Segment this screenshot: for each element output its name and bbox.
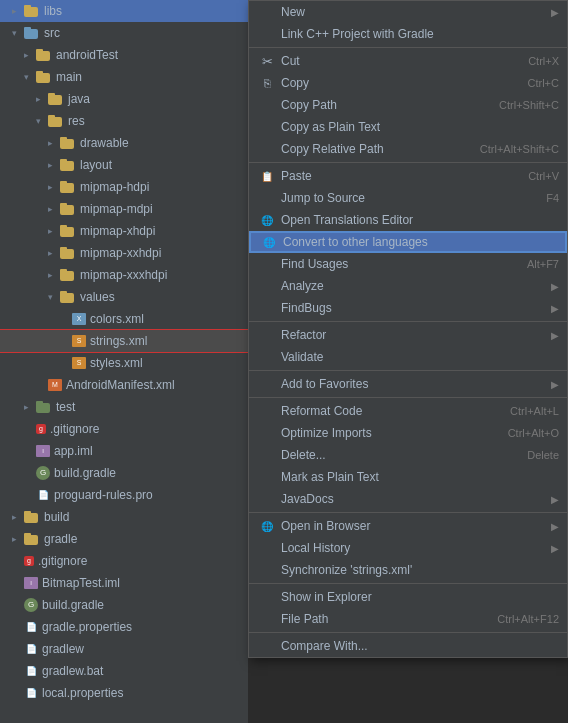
menu-item-open-translations[interactable]: 🌐Open Translations Editor	[249, 209, 567, 231]
menu-item-label: Local History	[281, 541, 547, 555]
tree-item-mipmap-hdpi[interactable]: mipmap-hdpi	[0, 176, 248, 198]
tree-item-res[interactable]: res	[0, 110, 248, 132]
menu-shortcut: Ctrl+C	[528, 77, 559, 89]
tree-item-label: main	[56, 70, 82, 84]
file-icon: 📄	[24, 686, 38, 700]
tree-item-AndroidManifest.xml[interactable]: MAndroidManifest.xml	[0, 374, 248, 396]
tree-arrow	[48, 160, 60, 170]
menu-shortcut: Ctrl+Alt+F12	[497, 613, 559, 625]
menu-separator	[249, 321, 567, 322]
tree-item-local.properties[interactable]: 📄local.properties	[0, 682, 248, 704]
menu-shortcut: Ctrl+Alt+Shift+C	[480, 143, 559, 155]
folder-icon	[60, 159, 76, 171]
tree-item-label: gradlew.bat	[42, 664, 103, 678]
git-file-icon: g	[36, 424, 46, 434]
tree-item-strings.xml[interactable]: Sstrings.xml	[0, 330, 248, 352]
tree-item-androidTest[interactable]: androidTest	[0, 44, 248, 66]
menu-item-reformat[interactable]: Reformat CodeCtrl+Alt+L	[249, 400, 567, 422]
menu-item-find-usages[interactable]: Find UsagesAlt+F7	[249, 253, 567, 275]
menu-separator	[249, 397, 567, 398]
menu-item-show-explorer[interactable]: Show in Explorer	[249, 586, 567, 608]
tree-item-.gitignore[interactable]: g.gitignore	[0, 418, 248, 440]
menu-item-link-cpp[interactable]: Link C++ Project with Gradle	[249, 23, 567, 45]
tree-item-.gitignore-root[interactable]: g.gitignore	[0, 550, 248, 572]
tree-item-drawable[interactable]: drawable	[0, 132, 248, 154]
menu-item-label: Jump to Source	[281, 191, 526, 205]
tree-arrow	[12, 6, 24, 16]
tree-item-label: mipmap-xxhdpi	[80, 246, 161, 260]
menu-item-delete[interactable]: Delete...Delete	[249, 444, 567, 466]
menu-item-open-browser[interactable]: 🌐Open in Browser▶	[249, 515, 567, 537]
menu-item-cut[interactable]: ✂CutCtrl+X	[249, 50, 567, 72]
tree-item-gradle.properties[interactable]: 📄gradle.properties	[0, 616, 248, 638]
menu-item-synchronize[interactable]: Synchronize 'strings.xml'	[249, 559, 567, 581]
menu-item-findbugs[interactable]: FindBugs▶	[249, 297, 567, 319]
menu-item-paste[interactable]: 📋PasteCtrl+V	[249, 165, 567, 187]
menu-item-mark-plain[interactable]: Mark as Plain Text	[249, 466, 567, 488]
tree-item-proguard-rules.pro[interactable]: 📄proguard-rules.pro	[0, 484, 248, 506]
translate-icon: 🌐	[257, 215, 277, 226]
submenu-arrow-icon: ▶	[551, 494, 559, 505]
tree-item-mipmap-xxhdpi[interactable]: mipmap-xxhdpi	[0, 242, 248, 264]
menu-item-compare-with[interactable]: Compare With...	[249, 635, 567, 657]
gradle-file-icon: G	[36, 466, 50, 480]
tree-item-build.gradle[interactable]: Gbuild.gradle	[0, 462, 248, 484]
menu-item-copy-path[interactable]: Copy PathCtrl+Shift+C	[249, 94, 567, 116]
tree-item-values[interactable]: values	[0, 286, 248, 308]
menu-shortcut: Ctrl+X	[528, 55, 559, 67]
tree-item-styles.xml[interactable]: Sstyles.xml	[0, 352, 248, 374]
menu-item-javadocs[interactable]: JavaDocs▶	[249, 488, 567, 510]
tree-item-colors.xml[interactable]: Xcolors.xml	[0, 308, 248, 330]
tree-item-label: values	[80, 290, 115, 304]
tree-item-mipmap-xxxhdpi[interactable]: mipmap-xxxhdpi	[0, 264, 248, 286]
menu-item-label: Copy Relative Path	[281, 142, 460, 156]
menu-item-copy-relative[interactable]: Copy Relative PathCtrl+Alt+Shift+C	[249, 138, 567, 160]
submenu-arrow-icon: ▶	[551, 7, 559, 18]
menu-item-label: Analyze	[281, 279, 547, 293]
tree-item-java[interactable]: java	[0, 88, 248, 110]
file-icon: 📄	[36, 488, 50, 502]
submenu-arrow-icon: ▶	[551, 281, 559, 292]
tree-item-label: colors.xml	[90, 312, 144, 326]
folder-icon	[60, 137, 76, 149]
menu-item-add-favorites[interactable]: Add to Favorites▶	[249, 373, 567, 395]
file-icon: 📄	[24, 664, 38, 678]
menu-item-copy-plain[interactable]: Copy as Plain Text	[249, 116, 567, 138]
menu-item-jump[interactable]: Jump to SourceF4	[249, 187, 567, 209]
folder-icon	[36, 401, 52, 413]
menu-item-copy[interactable]: ⎘CopyCtrl+C	[249, 72, 567, 94]
convert-icon: 🌐	[259, 237, 279, 248]
tree-item-layout[interactable]: layout	[0, 154, 248, 176]
submenu-arrow-icon: ▶	[551, 379, 559, 390]
menu-item-new[interactable]: New▶	[249, 1, 567, 23]
tree-item-label: proguard-rules.pro	[54, 488, 153, 502]
menu-item-validate[interactable]: Validate	[249, 346, 567, 368]
tree-item-app.iml[interactable]: Iapp.iml	[0, 440, 248, 462]
tree-item-gradlew.bat[interactable]: 📄gradlew.bat	[0, 660, 248, 682]
tree-item-BitmapTest.iml[interactable]: IBitmapTest.iml	[0, 572, 248, 594]
file-tree: libssrcandroidTestmainjavaresdrawablelay…	[0, 0, 248, 723]
tree-item-gradle-root[interactable]: gradle	[0, 528, 248, 550]
menu-item-analyze[interactable]: Analyze▶	[249, 275, 567, 297]
menu-item-refactor[interactable]: Refactor▶	[249, 324, 567, 346]
tree-item-src[interactable]: src	[0, 22, 248, 44]
tree-item-build-root[interactable]: build	[0, 506, 248, 528]
menu-item-convert-languages[interactable]: 🌐Convert to other languages	[249, 231, 567, 253]
menu-item-file-path[interactable]: File PathCtrl+Alt+F12	[249, 608, 567, 630]
tree-item-libs[interactable]: libs	[0, 0, 248, 22]
tree-item-test[interactable]: test	[0, 396, 248, 418]
tree-item-mipmap-mdpi[interactable]: mipmap-mdpi	[0, 198, 248, 220]
tree-item-build.gradle-root[interactable]: Gbuild.gradle	[0, 594, 248, 616]
folder-icon	[24, 5, 40, 17]
tree-item-mipmap-xhdpi[interactable]: mipmap-xhdpi	[0, 220, 248, 242]
tree-arrow	[48, 182, 60, 192]
menu-item-local-history[interactable]: Local History▶	[249, 537, 567, 559]
folder-icon	[60, 247, 76, 259]
tree-item-main[interactable]: main	[0, 66, 248, 88]
menu-item-optimize[interactable]: Optimize ImportsCtrl+Alt+O	[249, 422, 567, 444]
tree-item-gradlew[interactable]: 📄gradlew	[0, 638, 248, 660]
tree-item-label: test	[56, 400, 75, 414]
menu-item-label: Find Usages	[281, 257, 507, 271]
tree-arrow	[48, 204, 60, 214]
menu-shortcut: Ctrl+Alt+L	[510, 405, 559, 417]
